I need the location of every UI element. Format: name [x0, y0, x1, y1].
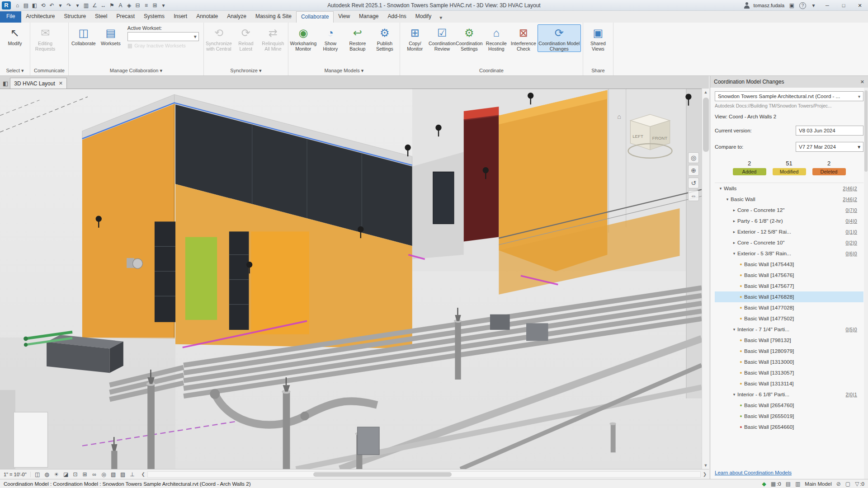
tree-item[interactable]: ●Basic Wall [1475443]	[715, 259, 863, 270]
active-workset-status[interactable]: ▦ :0	[771, 481, 781, 487]
tree-item[interactable]: ●Basic Wall [1313000]	[715, 357, 863, 367]
worksets-button[interactable]: ▤ Worksets	[98, 24, 124, 47]
scrollbar-thumb[interactable]	[703, 98, 709, 152]
username[interactable]: tomasz.fudala	[754, 3, 784, 8]
panel-scrollbar-thumb[interactable]	[864, 90, 868, 172]
tree-item[interactable]: ▸Party - 6 1/8" (2-hr)0|4|0	[715, 216, 863, 226]
collapse-icon[interactable]: ▾	[717, 186, 724, 191]
exclude-options-icon[interactable]: ⊘	[836, 481, 841, 487]
panel-scrollbar[interactable]	[864, 88, 868, 479]
reveal-hidden-elements-icon[interactable]: ◎	[100, 471, 108, 478]
hscroll-thumb[interactable]	[313, 472, 452, 477]
customize-qat-icon[interactable]: ▾	[160, 2, 167, 9]
worksharing-monitor-button[interactable]: ◉ Worksharing Monitor	[290, 24, 316, 52]
shadows-icon[interactable]: ◪	[62, 471, 70, 478]
tree-item[interactable]: ●Basic Wall [2655019]	[715, 411, 863, 422]
tree-item[interactable]: ▸Exterior - 10 1/4" Ra...0|3|0	[715, 432, 863, 436]
model-canvas[interactable]: ⌂ LEFT FRONT	[0, 89, 702, 469]
expand-icon[interactable]: ▸	[731, 208, 737, 212]
tree-item[interactable]: ▾Exterior - 5 3/8" Rain...0|6|0	[715, 248, 863, 259]
design-option-select[interactable]: Main Model	[805, 481, 831, 487]
sun-path-icon[interactable]: ☀	[52, 471, 61, 478]
tree-item[interactable]: ●Basic Wall [1477502]	[715, 313, 863, 324]
editable-only-icon[interactable]: ▤	[786, 481, 791, 487]
synchronize-with-central-button[interactable]: ⟲ Synchronize with Central	[206, 24, 232, 52]
help-dropdown-icon[interactable]: ▾	[810, 2, 817, 9]
panel-header[interactable]: Coordination Model Changes ✕	[710, 76, 868, 88]
collapse-icon[interactable]: ▾	[731, 392, 737, 397]
coordination-review-button[interactable]: ☑ Coordination Review	[429, 24, 455, 52]
print-icon[interactable]: ▥	[82, 2, 90, 9]
change-counts[interactable]: 0|1|0	[846, 229, 857, 235]
tab-architecture[interactable]: Architecture	[21, 11, 59, 23]
tab-modify[interactable]: Modify	[411, 11, 436, 23]
tab-systems[interactable]: Systems	[139, 11, 169, 23]
tab-annotate[interactable]: Annotate	[192, 11, 222, 23]
view-tab-close-icon[interactable]: ✕	[59, 80, 63, 86]
deleted-badge[interactable]: Deleted	[812, 168, 846, 175]
central-model-status-icon[interactable]: ◆	[762, 481, 766, 487]
relinquish-all-mine-button[interactable]: ⇄ Relinquish All Mine	[260, 24, 286, 52]
aligned-dimension-icon[interactable]: ↔	[99, 2, 107, 9]
view-tab-3d-hvac-layout[interactable]: 3D HVAC Layout ✕	[10, 78, 67, 89]
tree-item[interactable]: ●Basic Wall [798132]	[715, 335, 863, 346]
tab-manage[interactable]: Manage	[354, 11, 383, 23]
vertical-scrollbar[interactable]: ▲ ▼	[702, 89, 709, 469]
tab-addins[interactable]: Add-Ins	[383, 11, 410, 23]
expand-icon[interactable]: ▸	[731, 240, 737, 245]
model-select[interactable]: Snowdon Towers Sample Architectural.rvt …	[715, 91, 863, 101]
change-counts[interactable]: 0|3|0	[846, 435, 857, 436]
collapse-icon[interactable]: ▾	[724, 197, 731, 202]
tree-item[interactable]: ▸Core - Concrete 10"0|2|0	[715, 237, 863, 248]
change-counts[interactable]: 2|46|2	[843, 197, 857, 202]
tree-item[interactable]: ●Basic Wall [1313114]	[715, 378, 863, 389]
active-workset-select[interactable]: ▾	[127, 32, 199, 41]
tree-item[interactable]: ▸Core - Concrete 12"0|7|0	[715, 205, 863, 216]
collapse-icon[interactable]: ▾	[731, 251, 737, 256]
tree-item[interactable]: ▾Basic Wall2|46|2	[715, 194, 863, 205]
redo-dropdown-icon[interactable]: ▾	[74, 2, 81, 9]
show-history-button[interactable]: ◔ Show History	[317, 24, 344, 52]
tree-item[interactable]: ●Basic Wall [2654660]	[715, 422, 863, 432]
change-counts[interactable]: 2|46|2	[843, 186, 857, 191]
show-crop-region-icon[interactable]: ⊞	[81, 471, 89, 478]
expand-icon[interactable]: ▸	[731, 219, 737, 223]
measure-icon[interactable]: ∠	[91, 2, 99, 9]
change-counts[interactable]: 0|5|0	[846, 327, 857, 332]
tree-item[interactable]: ●Basic Wall [1280979]	[715, 346, 863, 357]
publish-settings-button[interactable]: ⚙ Publish Settings	[372, 24, 398, 52]
collaborate-button[interactable]: ◫ Collaborate	[71, 24, 97, 47]
modify-button[interactable]: ↖ Modify	[2, 24, 28, 47]
synchronize-panel-label[interactable]: Synchronize ▾	[204, 66, 288, 75]
tab-massing-site[interactable]: Massing & Site	[251, 11, 296, 23]
revit-logo[interactable]: R	[2, 1, 11, 9]
tree-item[interactable]: ●Basic Wall [1477028]	[715, 302, 863, 313]
coordination-model-changes-button[interactable]: ⟳ Coordination Model Changes	[538, 24, 581, 52]
modified-badge[interactable]: Modified	[773, 168, 806, 175]
pan-icon[interactable]: ⇔	[688, 190, 699, 201]
text-icon[interactable]: A	[117, 2, 124, 9]
tab-structure[interactable]: Structure	[59, 11, 90, 23]
tree-item[interactable]: ●Basic Wall [1313057]	[715, 367, 863, 378]
shared-views-button[interactable]: ▣ Shared Views	[585, 24, 611, 52]
scale-button[interactable]: 1" = 10'-0"	[0, 472, 31, 477]
minimize-button[interactable]: ─	[821, 0, 834, 10]
learn-link[interactable]: Learn about Coordination Models	[715, 470, 792, 475]
change-counts[interactable]: 0|7|0	[846, 207, 857, 213]
open-icon[interactable]: ▤	[22, 2, 30, 9]
change-counts[interactable]: 2|0|1	[846, 392, 857, 397]
added-badge[interactable]: Added	[733, 168, 766, 175]
home-icon[interactable]: ⌂	[14, 2, 21, 9]
drawing-area[interactable]: ⌂ LEFT FRONT ◎⊕↺⇔	[0, 89, 702, 469]
collapse-icon[interactable]: ▾	[731, 327, 737, 332]
copy-monitor-button[interactable]: ⊞ Copy/ Monitor	[402, 24, 428, 52]
change-counts[interactable]: 0|4|0	[846, 218, 857, 224]
tree-item[interactable]: ●Basic Wall [1476828]	[715, 291, 863, 302]
tree-item[interactable]: ▸Exterior - 12 5/8" Rai...0|1|0	[715, 226, 863, 237]
reload-latest-button[interactable]: ⟳ Reload Latest	[233, 24, 259, 52]
gray-inactive-worksets-button[interactable]: ▩ Gray Inactive Worksets	[127, 42, 199, 49]
visual-style-icon[interactable]: ◍	[43, 471, 51, 478]
panel-close-icon[interactable]: ✕	[860, 79, 864, 85]
ribbon-options-button[interactable]: ▾	[436, 13, 446, 23]
tab-collaborate[interactable]: Collaborate	[296, 11, 334, 23]
